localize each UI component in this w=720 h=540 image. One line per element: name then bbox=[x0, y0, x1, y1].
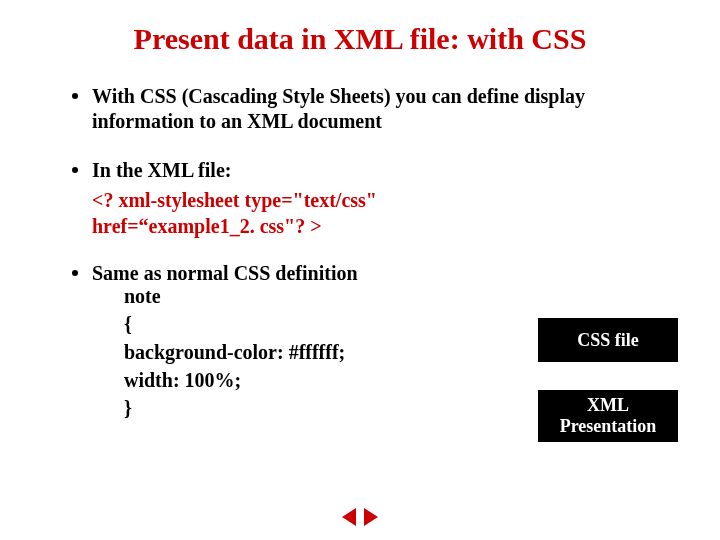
slide-title: Present data in XML file: with CSS bbox=[0, 0, 720, 68]
prev-arrow-icon[interactable] bbox=[342, 508, 356, 526]
bullet-item: With CSS (Cascading Style Sheets) you ca… bbox=[72, 84, 680, 134]
bullet-text: With CSS (Cascading Style Sheets) you ca… bbox=[92, 84, 680, 134]
bullet-dot-icon bbox=[72, 93, 78, 99]
code-line: <? xml-stylesheet type="text/css" bbox=[92, 187, 680, 213]
slide-content: With CSS (Cascading Style Sheets) you ca… bbox=[0, 68, 720, 422]
code-block: <? xml-stylesheet type="text/css" href=“… bbox=[92, 187, 680, 239]
next-arrow-icon[interactable] bbox=[364, 508, 378, 526]
bullet-item: In the XML file: bbox=[72, 158, 680, 183]
css-file-button[interactable]: CSS file bbox=[538, 318, 678, 362]
css-line: note bbox=[124, 282, 680, 310]
xml-presentation-button[interactable]: XML Presentation bbox=[538, 390, 678, 442]
bullet-dot-icon bbox=[72, 167, 78, 173]
bullet-text: In the XML file: bbox=[92, 158, 231, 183]
bullet-dot-icon bbox=[72, 270, 78, 276]
code-line: href=“example1_2. css"? > bbox=[92, 213, 680, 239]
nav-controls bbox=[342, 508, 378, 526]
